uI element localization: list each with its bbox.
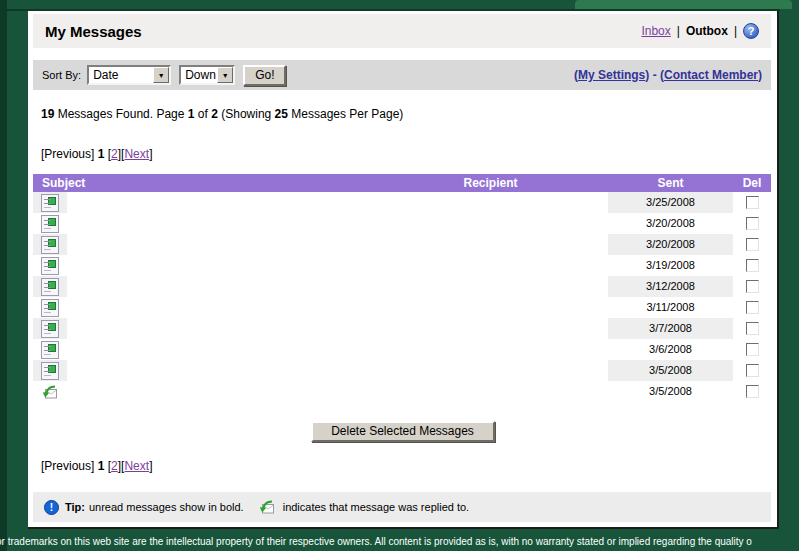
dropdown-arrow-icon[interactable]: ▼ xyxy=(153,67,169,83)
contact-member-link[interactable]: Contact Member xyxy=(664,68,758,82)
go-button[interactable]: Go! xyxy=(243,65,286,86)
del-cell xyxy=(733,297,771,318)
sent-date: 3/6/2008 xyxy=(608,339,733,360)
recipient-cell xyxy=(373,360,608,381)
tip-text-unread: unread messages show in bold. xyxy=(89,501,244,513)
page-content: My Messages Inbox | Outbox | ? Sort By: … xyxy=(28,11,779,529)
dropdown-arrow-icon[interactable]: ▼ xyxy=(217,67,233,83)
outbox-current: Outbox xyxy=(686,24,728,38)
del-cell xyxy=(733,339,771,360)
delete-checkbox[interactable] xyxy=(746,259,759,272)
delete-checkbox[interactable] xyxy=(746,280,759,293)
table-row: 3/7/2008 xyxy=(33,318,771,339)
icon-cell xyxy=(33,360,67,381)
sent-date: 3/20/2008 xyxy=(608,213,733,234)
table-row: 3/11/2008 xyxy=(33,297,771,318)
delete-selected-button[interactable]: Delete Selected Messages xyxy=(311,421,495,442)
tip-bar: ! Tip: unread messages show in bold. ind… xyxy=(33,492,771,522)
message-icon xyxy=(41,299,59,317)
footer-disclaimer: or trademarks on this web site are the i… xyxy=(0,536,752,547)
recipient-cell xyxy=(373,192,608,213)
del-cell xyxy=(733,255,771,276)
subject-cell xyxy=(67,276,373,297)
sent-date: 3/11/2008 xyxy=(608,297,733,318)
message-icon xyxy=(41,257,59,275)
subject-cell xyxy=(67,213,373,234)
icon-cell xyxy=(33,255,67,276)
delete-button-row: Delete Selected Messages xyxy=(28,421,777,442)
replied-icon xyxy=(258,498,276,516)
summary-text: Messages Found. Page xyxy=(58,107,185,121)
tip-label: Tip: xyxy=(65,501,85,513)
recipient-header: Recipient xyxy=(373,176,608,190)
delete-checkbox[interactable] xyxy=(746,217,759,230)
subject-cell xyxy=(67,381,373,402)
sort-direction-select[interactable]: Down ▼ xyxy=(179,65,235,85)
recipient-cell xyxy=(373,276,608,297)
pagination-bottom: [Previous] 1 [2][Next] xyxy=(41,459,152,473)
delete-checkbox[interactable] xyxy=(746,301,759,314)
page-title: My Messages xyxy=(45,23,142,40)
delete-checkbox[interactable] xyxy=(746,238,759,251)
page-2-link[interactable]: 2 xyxy=(111,459,118,473)
sent-date: 3/19/2008 xyxy=(608,255,733,276)
sort-field-value: Date xyxy=(89,67,153,83)
next-page-link[interactable]: Next xyxy=(124,459,149,473)
del-cell xyxy=(733,234,771,255)
sent-header: Sent xyxy=(608,176,733,190)
del-cell xyxy=(733,381,771,402)
inbox-link[interactable]: Inbox xyxy=(641,24,670,38)
current-page-number: 1 xyxy=(188,107,195,121)
icon-cell xyxy=(33,297,67,318)
subject-header: Subject xyxy=(33,176,373,190)
summary-text: of xyxy=(198,107,208,121)
delete-checkbox[interactable] xyxy=(746,343,759,356)
mailbox-nav: Inbox | Outbox | ? xyxy=(641,23,759,39)
sort-field-select[interactable]: Date ▼ xyxy=(87,65,171,85)
sent-date: 3/5/2008 xyxy=(608,360,733,381)
messages-table: Subject Recipient Sent Del 3/25/2008 3/2… xyxy=(33,174,771,402)
message-icon xyxy=(41,362,59,380)
del-cell xyxy=(733,318,771,339)
message-icon xyxy=(41,341,59,359)
message-icon xyxy=(41,236,59,254)
del-cell xyxy=(733,360,771,381)
delete-checkbox[interactable] xyxy=(746,364,759,377)
table-row: 3/12/2008 xyxy=(33,276,771,297)
help-icon[interactable]: ? xyxy=(743,23,759,39)
my-settings-link[interactable]: My Settings xyxy=(578,68,645,82)
recipient-cell xyxy=(373,213,608,234)
recipient-cell xyxy=(373,339,608,360)
recipient-cell xyxy=(373,318,608,339)
toolbar-links: (My Settings) - (Contact Member) xyxy=(574,68,762,82)
delete-checkbox[interactable] xyxy=(746,385,759,398)
table-row: 3/5/2008 xyxy=(33,360,771,381)
replied-icon xyxy=(41,383,59,401)
next-page-link[interactable]: Next xyxy=(124,147,149,161)
sent-date: 3/12/2008 xyxy=(608,276,733,297)
icon-cell xyxy=(33,192,67,213)
table-row: 3/25/2008 xyxy=(33,192,771,213)
summary-text: Messages Per Page) xyxy=(291,107,403,121)
bracket: ] xyxy=(149,459,152,473)
bracket: ] xyxy=(149,147,152,161)
subject-cell xyxy=(67,297,373,318)
per-page-number: 25 xyxy=(275,107,288,121)
del-cell xyxy=(733,213,771,234)
delete-checkbox[interactable] xyxy=(746,196,759,209)
subject-cell xyxy=(67,339,373,360)
subject-cell xyxy=(67,192,373,213)
sent-date: 3/7/2008 xyxy=(608,318,733,339)
dash: - xyxy=(653,68,657,82)
table-row: 3/6/2008 xyxy=(33,339,771,360)
sent-date: 3/5/2008 xyxy=(608,381,733,402)
icon-cell xyxy=(33,276,67,297)
total-pages-number: 2 xyxy=(211,107,218,121)
sort-toolbar: Sort By: Date ▼ Down ▼ Go! (My Settings)… xyxy=(33,60,771,90)
message-icon xyxy=(41,278,59,296)
pagination-top: [Previous] 1 [2][Next] xyxy=(41,147,152,161)
current-page: 1 xyxy=(98,459,105,473)
page-2-link[interactable]: 2 xyxy=(111,147,118,161)
table-row: 3/20/2008 xyxy=(33,234,771,255)
delete-checkbox[interactable] xyxy=(746,322,759,335)
